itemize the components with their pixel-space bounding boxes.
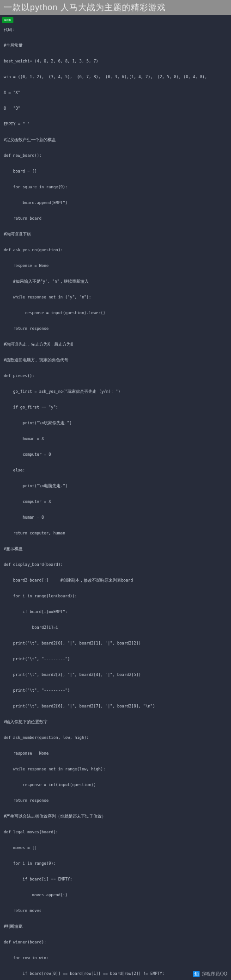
watermark-author: @程序员QQ <box>201 971 227 977</box>
code-content: 代码: #全局常量 best_weizhi= (4, 0, 2, 6, 8, 1… <box>0 24 231 980</box>
language-tag: web <box>2 17 13 23</box>
page-title: 一款以python 人马大战为主题的精彩游戏 <box>0 0 231 15</box>
zhihu-watermark: 知 @程序员QQ <box>193 971 227 977</box>
zhihu-logo-icon: 知 <box>193 971 200 977</box>
